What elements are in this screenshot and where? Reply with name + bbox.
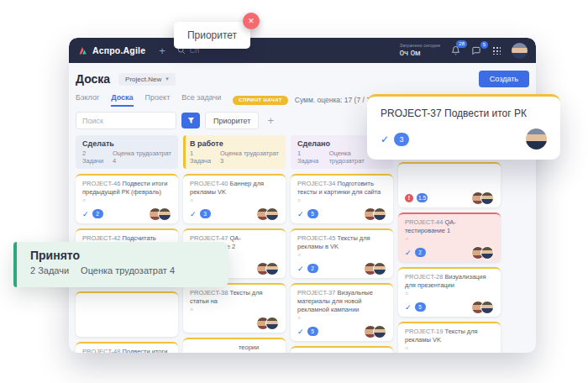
filter-button[interactable] <box>181 113 200 129</box>
card-code: PROJECT-37 <box>297 289 338 296</box>
task-card[interactable] <box>76 291 178 337</box>
card-footer: ✓2 <box>297 263 386 274</box>
plus-icon[interactable]: + <box>159 45 165 56</box>
assignee-avatar <box>526 129 547 150</box>
card-title: PROJECT-46 Подвести итоги предыдущей РК … <box>82 180 171 197</box>
column-title: Сделать <box>82 139 171 148</box>
app-header: Аспро.Agile + Сп Затрачено сегодня 0ч 0м <box>69 38 536 63</box>
add-filter-button[interactable]: + <box>267 114 274 127</box>
estimate-summary: Сумм. оценка: 17 (7 / 7) <box>295 96 373 104</box>
search-input[interactable] <box>76 112 176 129</box>
task-card[interactable]: PROJECT-44 QA-тестирование 1≡✓2 <box>398 212 501 262</box>
avatar <box>265 317 279 330</box>
task-popup-card[interactable]: PROJECT-37 Подвести итог РК ✓ 3 <box>367 94 560 160</box>
tab-0[interactable]: Бэклог <box>76 93 99 107</box>
chevron-down-icon: ▾ <box>165 76 169 82</box>
task-card[interactable]: PROJECT-37 Визуальные материалы для ново… <box>291 283 393 341</box>
task-card[interactable]: PROJECT-34 Подготовить тексты и картинки… <box>291 174 393 223</box>
card-code: PROJECT-34 <box>297 180 338 187</box>
task-card[interactable]: PROJECT-23 Итоги РК≡✓6 <box>291 346 393 353</box>
avatar <box>480 301 494 314</box>
check-icon: ✓ <box>405 249 412 257</box>
task-card[interactable]: PROJECT-19 Тексты для рекламы VK≡✓5 <box>398 322 501 353</box>
apps-grid-icon[interactable] <box>492 46 501 55</box>
card-code: PROJECT-28 <box>405 273 445 281</box>
assignee-avatars <box>471 301 494 314</box>
card-title: PROJECT-19 Тексты для рекламы VK <box>405 328 494 344</box>
assignee-avatars <box>364 325 386 338</box>
card-code: PROJECT-23 <box>297 352 338 353</box>
card-code: PROJECT-45 <box>297 234 338 242</box>
messages-button[interactable]: 5 <box>471 46 481 55</box>
task-card[interactable]: PROJECT-46 Подвести итоги предыдущей РК … <box>76 174 178 223</box>
assignee-avatars <box>256 262 279 275</box>
filter-chip-priority[interactable]: Приоритет <box>205 112 259 129</box>
task-card[interactable]: PROJECT-40 Баннер для рекламы VK≡✓3 <box>183 174 286 223</box>
card-code: PROJECT-42 <box>82 234 123 242</box>
chat-icon <box>471 46 481 55</box>
app-logo[interactable]: Аспро.Agile <box>77 45 145 56</box>
check-icon: ✓ <box>297 210 304 218</box>
description-icon: ≡ <box>405 346 494 351</box>
card-footer: ✓5 <box>297 326 386 337</box>
task-card[interactable]: PROJECT-38 Тексты для статьи на≡ <box>183 283 286 333</box>
avatar <box>373 207 386 221</box>
tab-3[interactable]: Все задачи <box>181 93 221 107</box>
task-card[interactable]: PROJECT-45 Тексты для рекламы в VK≡✓2 <box>291 228 393 278</box>
assignee-avatars <box>364 262 386 275</box>
accepted-task-count: 2 Задачи <box>30 265 69 275</box>
page-title: Доска <box>76 72 110 86</box>
card-title: PROJECT-23 Итоги РК <box>297 352 386 353</box>
column-task-count: 1 Задача <box>190 150 214 165</box>
tab-2[interactable]: Проект <box>145 93 171 107</box>
column-header: В работе1 ЗадачаОценка трудозатрат 3 <box>183 135 286 169</box>
tooltip-close-button[interactable]: ✕ <box>243 13 260 29</box>
task-card[interactable]: PROJECT-28 Визуализация для презентации≡… <box>398 267 501 317</box>
description-icon: ≡ <box>297 198 386 203</box>
estimate-badge: 3 <box>200 209 211 218</box>
assignee-avatars <box>364 207 386 221</box>
tab-1[interactable]: Доска <box>111 93 133 107</box>
user-avatar[interactable] <box>512 43 528 59</box>
accepted-meta: 2 Задачи Оценка трудозатрат 4 <box>30 265 215 275</box>
card-code: PROJECT-47 <box>190 234 230 242</box>
check-icon: ✓ <box>297 328 304 336</box>
screenshot-canvas: Аспро.Agile + Сп Затрачено сегодня 0ч 0м <box>0 0 588 383</box>
overdue-icon: ! <box>405 194 413 202</box>
card-footer: ✓5 <box>405 302 494 312</box>
column-header: Сделать2 ЗадачиОценка трудозатрат 4 <box>76 135 178 169</box>
avatar <box>373 262 386 275</box>
time-tracker-value: 0ч 0м <box>400 49 440 58</box>
messages-badge: 5 <box>480 41 488 49</box>
notifications-button[interactable]: 28 <box>451 45 460 55</box>
app-name: Аспро.Agile <box>92 45 145 55</box>
close-icon: ✕ <box>248 17 255 25</box>
estimate-badge: 1.5 <box>417 193 428 202</box>
accepted-estimate: Оценка трудозатрат 4 <box>81 265 175 275</box>
card-title: PROJECT-44 QA-тестирование 1 <box>405 218 494 235</box>
card-code: PROJECT-19 <box>405 328 445 335</box>
create-button[interactable]: Создать <box>479 71 529 87</box>
column-cards: !1.5PROJECT-44 QA-тестирование 1≡✓2PROJE… <box>398 162 501 353</box>
column-meta: 1 ЗадачаОценка трудозатрат 3 <box>190 150 279 165</box>
task-card[interactable]: теории≡✓3 <box>183 338 286 353</box>
card-title: PROJECT-48 Подвести итоги РК <box>82 348 171 353</box>
logo-icon <box>77 45 88 56</box>
check-icon: ✓ <box>82 210 89 218</box>
assignee-avatars <box>471 192 494 205</box>
task-card[interactable]: PROJECT-48 Подвести итоги РК≡✓3 <box>76 342 178 353</box>
estimate-badge: 5 <box>307 327 318 336</box>
description-icon: ≡ <box>405 291 494 296</box>
task-card[interactable]: !1.5 <box>398 162 501 207</box>
assignee-avatars <box>256 207 279 221</box>
app-window: Аспро.Agile + Сп Затрачено сегодня 0ч 0м <box>69 38 536 353</box>
task-popup-title: PROJECT-37 Подвести итог РК <box>381 108 547 119</box>
assignee-avatars <box>471 246 494 260</box>
estimate-badge: 5 <box>307 209 318 218</box>
check-icon: ✓ <box>381 134 389 145</box>
notifications-badge: 28 <box>456 40 467 48</box>
card-title: PROJECT-38 Тексты для статьи на <box>190 289 279 306</box>
description-icon: ≡ <box>297 253 386 258</box>
project-select[interactable]: Project.New ▾ <box>118 73 176 86</box>
card-footer: ✓5 <box>297 208 386 219</box>
